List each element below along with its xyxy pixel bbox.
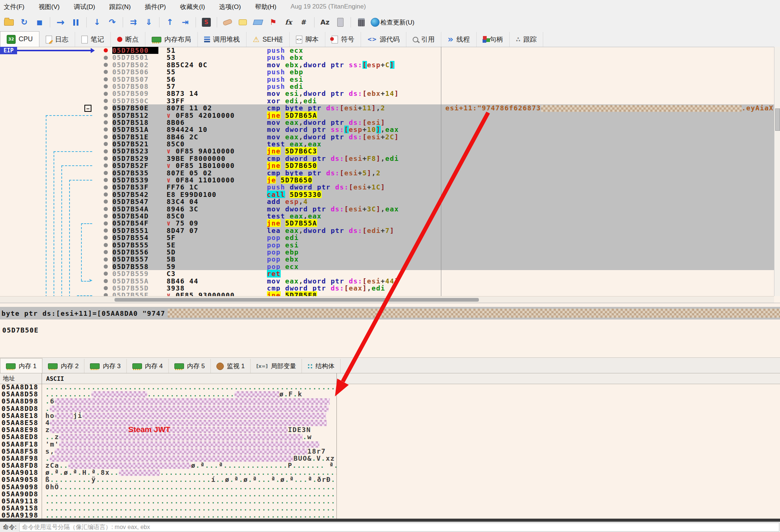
disasm-row[interactable]: 05D7B539∨ 0F84 11010000je 5D7B650 [0,176,780,184]
calculator-button[interactable] [355,16,367,29]
tab-source[interactable]: <>源代码 [361,32,406,47]
breakpoint-dot-icon[interactable] [104,286,108,290]
disasm-row[interactable]: 05D7B5028B5C24 0Cmov ebx,dword ptr ss:[e… [0,61,780,68]
disassembly-view[interactable]: 05D7B50051push ecx05D7B50153push ebx05D7… [0,47,780,296]
disasm-row[interactable]: 05D7B5565Dpop ebp [0,249,780,256]
breakpoint-dot-icon[interactable] [104,178,108,182]
disasm-row[interactable]: 05D7B55A8B46 44mov eax,dword ptr ds:[esi… [0,278,780,285]
breakpoint-dot-icon[interactable] [104,70,108,74]
dump-row[interactable]: 05AA8D98.6 [0,398,780,405]
breakpoint-dot-icon[interactable] [104,56,108,60]
tab-cpu[interactable]: 32CPU [0,31,39,47]
dock-tab-memory-2[interactable]: 内存 2 [42,359,84,373]
dump-row[interactable]: 05AA8FD8zCa..ø.ª...ª..............P.....… [0,462,780,469]
breakpoint-dot-icon[interactable] [104,127,108,132]
menu-item-options[interactable]: 选项(O) [219,3,241,11]
tab-breakpoints[interactable]: 断点 [111,32,145,47]
disasm-vscroll-thumb[interactable] [775,108,780,131]
breakpoint-dot-icon[interactable] [104,200,108,204]
breakpoint-dot-icon[interactable] [104,192,108,197]
breakpoint-dot-icon[interactable] [104,92,108,96]
attach-button[interactable]: ⇥ [179,16,191,29]
disasm-row[interactable]: 05D7B51A894424 10mov dword ptr ss:[esp+1… [0,126,780,133]
disasm-row[interactable]: 05D7B512∨ 0F85 42010000jne 5D7B65A [0,112,780,119]
dock-tab-memory-1[interactable]: 内存 1 [0,358,42,373]
disasm-row[interactable]: 05D7B55F∨ 0F85 93000000jne 5D7B5F8 [0,292,780,296]
breakpoint-dot-icon[interactable] [104,272,108,276]
breakpoint-dot-icon[interactable] [104,63,108,67]
pause-button[interactable] [70,16,82,29]
menu-item-file[interactable]: 文件(F) [4,3,25,11]
stop-button[interactable]: ■ [33,16,45,29]
menu-item-debug[interactable]: 调试(D) [74,3,95,11]
breakpoint-dot-icon[interactable] [104,228,108,233]
dump-bottom-scroll-strip[interactable] [0,519,780,522]
dock-tab-memory-5[interactable]: 内存 5 [169,359,211,373]
menu-item-favourites[interactable]: 收藏夹(I) [180,3,205,11]
comment-button[interactable] [237,16,249,29]
disasm-row[interactable]: 05D7B559C3ret [0,270,780,277]
disasm-row[interactable]: 05D7B50655push ebp [0,68,780,75]
breakpoint-dot-icon[interactable] [104,84,108,88]
disasm-row[interactable]: 05D7B5188B06mov eax,dword ptr ds:[esi] [0,119,780,126]
tab-log[interactable]: 日志 [39,32,75,47]
label-button[interactable] [252,16,264,29]
dump-row[interactable]: 05AA9118................................… [0,497,780,505]
menu-item-plugins[interactable]: 插件(P) [145,3,166,11]
breakpoint-dot-icon[interactable] [104,135,108,139]
breakpoint-dot-icon[interactable] [104,250,108,254]
disasm-row[interactable]: 05D7B5518D47 07lea eax,dword ptr ds:[edi… [0,227,780,234]
menu-item-help[interactable]: 帮助(H) [255,3,277,11]
disasm-row[interactable]: 05D7B55859pop ecx [0,263,780,270]
breakpoint-dot-icon[interactable] [104,293,108,296]
dump-row[interactable]: 05AA8D18................................… [0,383,780,390]
tab-seh[interactable]: ⚠SEH链 [246,32,290,47]
disasm-row[interactable]: 05D7B50051push ecx [0,47,780,54]
disasm-row[interactable]: 05D7B53FFF76 1Cpush dword ptr ds:[esi+1C… [0,184,780,191]
dump-row[interactable]: 05AA8D58.............................ø.F… [0,390,780,398]
dump-row[interactable]: 05AA8F98.BUO&.V.xz [0,455,780,462]
tab-memory-map[interactable]: 内存布局 [145,32,198,47]
memory-dump-view[interactable]: 05AA8D18................................… [0,383,780,519]
collapse-block-button[interactable]: − [84,105,91,112]
command-input[interactable]: 命令使用逗号分隔（像汇编语言）: mov eax, ebx [19,523,779,532]
device-button[interactable] [334,16,346,29]
breakpoint-dot-icon[interactable] [104,207,108,211]
disasm-row[interactable]: 05D7B50E807E 11 02cmp byte ptr ds:[esi+1… [0,104,780,111]
disasm-row[interactable]: 05D7B52F∨ 0F85 1B010000jne 5D7B650 [0,162,780,169]
breakpoint-dot-icon[interactable] [104,113,108,117]
disasm-row[interactable]: 05D7B54D85C0test eax,eax [0,213,780,220]
tab-threads[interactable]: »线程 [441,32,477,47]
bookmark-button[interactable]: ⚑ [267,16,279,29]
breakpoint-dot-icon[interactable] [104,214,108,218]
disasm-row[interactable]: 05D7B54F∨ 75 09jne 5D7B55A [0,220,780,227]
tab-handles[interactable]: 句柄 [477,32,510,47]
dump-row[interactable]: 05AA9198................................… [0,512,780,519]
disasm-row[interactable]: 05D7B55D3938cmp dword ptr ds:[eax],edi [0,285,780,292]
step-over-button[interactable]: ↷ [106,16,118,29]
disasm-row[interactable]: 05D7B5545Fpop edi [0,234,780,241]
disasm-row[interactable]: 05D7B54A8946 3Cmov dword ptr ds:[esi+3C]… [0,205,780,213]
tab-call-stack[interactable]: 调用堆栈 [198,32,246,47]
breakpoint-dot-icon[interactable] [104,142,108,146]
dump-row[interactable]: 05AA9158................................… [0,505,780,512]
check-updates-button[interactable]: 检查更新(U) [371,16,415,29]
dump-row[interactable]: 05AA8F18'm' [0,441,780,448]
dump-row[interactable]: 05AA8E584 [0,419,780,426]
disasm-row[interactable]: 05D7B50C33FFxor edi,edi [0,97,780,104]
breakpoint-dot-icon[interactable] [104,149,108,153]
dump-row[interactable]: 05AA9018ø.ª.ø.ª.H.ª.8x..................… [0,469,780,476]
dump-row[interactable]: 05AA8E98zIDE3N [0,426,780,433]
dump-row[interactable]: 05AA9058ß.........ÿ.....................… [0,476,780,483]
patch-button[interactable] [222,16,233,29]
breakpoint-dot-icon[interactable] [104,257,108,262]
dock-tab-watch-1[interactable]: 监视 1 [211,359,251,373]
dock-tab-memory-4[interactable]: 内存 4 [127,359,169,373]
run-button[interactable]: → [55,16,67,29]
breakpoint-dot-icon[interactable] [104,77,108,81]
scylla-button[interactable]: S [200,16,212,29]
tab-trace[interactable]: ∴跟踪 [510,32,544,47]
dock-tab-struct[interactable]: ∷结构体 [302,359,340,373]
function-button[interactable]: fx [283,16,294,29]
disasm-row[interactable]: 05D7B52185C0test eax,eax [0,140,780,147]
